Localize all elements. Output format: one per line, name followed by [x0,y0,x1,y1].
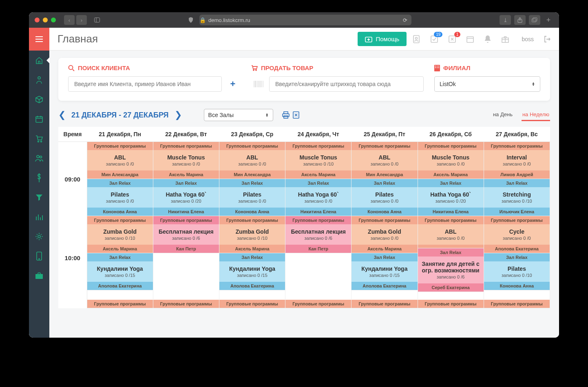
nav-filter[interactable] [29,188,49,207]
branch-select[interactable]: ListOk ▲▼ [434,76,540,92]
task-cancel-icon[interactable]: 1 [448,35,456,43]
block-room: Групповые программы [153,300,219,308]
view-week-tab[interactable]: на Неделю [522,109,550,121]
downloads-icon[interactable]: ⤓ [500,15,511,25]
block-sub: записано 0 /0 [221,199,283,203]
schedule-block[interactable]: Групповые программыCycleзаписано 0 /0Апо… [484,216,550,253]
new-tab-button[interactable]: + [544,15,553,25]
block-trainer: Кононова Анна [87,208,153,216]
schedule-block[interactable]: Групповые программыБесплатная лекциязапи… [285,216,351,253]
view-day-tab[interactable]: на День [492,109,513,121]
block-title: ABL [353,154,416,161]
logout-icon[interactable] [544,35,551,43]
schedule-block[interactable]: Групповые программы [87,300,153,308]
nav-cart[interactable] [29,129,49,148]
nav-mobile[interactable] [29,246,49,266]
block-room: Зал Relax [87,253,153,261]
schedule-block[interactable]: Групповые программыZumba Goldзаписано 0 … [219,216,285,253]
schedule-block[interactable]: Групповые программы [153,300,219,308]
schedule-block[interactable]: Групповые программы [418,300,484,308]
nav-finance[interactable] [29,168,49,188]
block-trainer: Никитина Елена [285,208,351,216]
nav-clients[interactable] [29,70,49,90]
nav-settings[interactable] [29,227,49,246]
hall-select[interactable]: Все Залы ▲▼ [204,109,273,121]
prev-week-button[interactable]: ❮ [58,110,66,120]
schedule-block[interactable]: Групповые программы [285,300,351,308]
address-bar[interactable]: 🔒 demo.listokcrm.ru ⟳ [199,15,411,25]
time-cell [58,300,87,308]
block-sub: записано 0 /0 [221,161,283,166]
minimize-window-icon[interactable] [43,18,48,22]
schedule-block[interactable]: Групповые программыABLзаписано 0 /0Мин А… [87,142,153,179]
schedule-block[interactable]: Зал RelaxPilatesзаписано 0 /0Кононова Ан… [351,179,417,216]
nav-home[interactable] [29,51,49,70]
forward-button[interactable]: › [76,15,87,25]
nav-briefcase[interactable] [29,266,49,285]
schedule-block[interactable]: Зал RelaxHatha Yoga 60`записано 0 /20Ник… [418,179,484,216]
schedule-block[interactable]: Зал RelaxPilatesзаписано 0 /0Кононова Ан… [87,179,153,216]
gift-icon[interactable] [501,35,509,43]
schedule-block[interactable]: Зал RelaxКундалини Yogaзаписано 0 /15Апо… [351,253,417,290]
schedule-block[interactable]: Зал RelaxКундалини Yogaзаписано 0 /15Апо… [87,253,153,290]
schedule-block[interactable]: Групповые программыБесплатная лекциязапи… [153,216,219,253]
schedule-block[interactable]: Групповые программыABLзаписано 0 /0Мин А… [351,142,417,179]
sidebar-toggle-icon[interactable] [94,18,100,22]
print-icon[interactable] [282,111,290,119]
svg-point-42 [253,70,254,71]
schedule-block[interactable]: Зал RelaxPilatesзаписано 0 /0Кононова Ан… [219,179,285,216]
schedule-block[interactable]: Зал RelaxHatha Yoga 60`записано 0 /0Ники… [285,179,351,216]
block-trainer: Аксель Марина [285,170,351,179]
schedule-block[interactable]: Групповые программыZumba Goldзаписано 0 … [87,216,153,253]
schedule-block[interactable]: Зал RelaxЗанятие для детей с огр. возмож… [418,248,484,292]
add-client-button[interactable]: + [225,76,241,92]
schedule-block[interactable]: Групповые программыZumba Goldзаписано 0 … [351,216,417,253]
shield-icon[interactable] [188,17,199,23]
block-sub: записано 0 /0 [420,161,482,166]
nav-products[interactable] [29,90,49,109]
nav-calendar[interactable] [29,109,49,129]
task-check-icon[interactable]: 19 [430,35,438,43]
block-title: Pilates [353,191,416,198]
chevron-updown-icon: ▲▼ [532,82,535,86]
maximize-window-icon[interactable] [51,18,56,22]
schedule-block[interactable]: Групповые программы [351,300,417,308]
schedule-block[interactable]: Групповые программыABLзаписано 0 /0Мин А… [219,142,285,179]
nav-reports[interactable] [29,207,49,227]
reload-icon[interactable]: ⟳ [403,17,407,23]
username[interactable]: boss [522,36,534,42]
help-button[interactable]: Помощь [358,32,407,46]
block-room: Групповые программы [285,142,351,150]
block-room: Групповые программы [418,216,484,224]
schedule-block[interactable]: Зал RelaxStretchingзаписано 0 /10Ильючик… [484,179,550,216]
nav-staff[interactable] [29,148,49,168]
schedule-block[interactable]: Групповые программы [219,300,285,308]
id-card-icon[interactable] [412,35,420,44]
schedule-block[interactable]: Групповые программыABLзаписано 0 /0 [418,216,484,248]
export-excel-icon[interactable] [293,111,299,119]
schedule-block[interactable]: Групповые программыMuscle Tonusзаписано … [285,142,351,179]
schedule-block[interactable]: Групповые программы [484,300,550,308]
back-button[interactable]: ‹ [64,15,75,25]
barcode-input[interactable] [269,76,424,92]
block-sub: записано 0 /0 [353,236,416,241]
share-icon[interactable] [514,15,526,25]
block-room: Зал Relax [418,179,484,187]
bell-icon[interactable] [484,35,491,43]
schedule-block[interactable]: Зал RelaxHatha Yoga 60`записано 0 /20Ник… [153,179,219,216]
schedule-block[interactable]: Групповые программыMuscle Tonusзаписано … [153,142,219,179]
block-sub: записано 0 /10 [221,236,283,241]
close-window-icon[interactable] [35,18,40,22]
calendar-top-icon[interactable] [466,35,474,43]
svg-rect-4 [532,19,536,22]
schedule-block[interactable]: Зал RelaxКундалини Yogaзаписано 0 /15Апо… [219,253,285,290]
schedule-block[interactable]: Зал RelaxPilatesзаписано 0 /10Кононова А… [484,253,550,290]
block-room: Зал Relax [418,248,484,257]
schedule-block[interactable]: Групповые программыIntervalзаписано 0 /0… [484,142,550,179]
schedule-block[interactable]: Групповые программыMuscle Tonusзаписано … [418,142,484,179]
next-week-button[interactable]: ❯ [175,110,182,120]
block-sub: записано 0 /0 [287,199,349,203]
menu-toggle-button[interactable] [29,28,49,51]
tabs-icon[interactable] [529,15,540,25]
client-search-input[interactable] [68,76,222,92]
